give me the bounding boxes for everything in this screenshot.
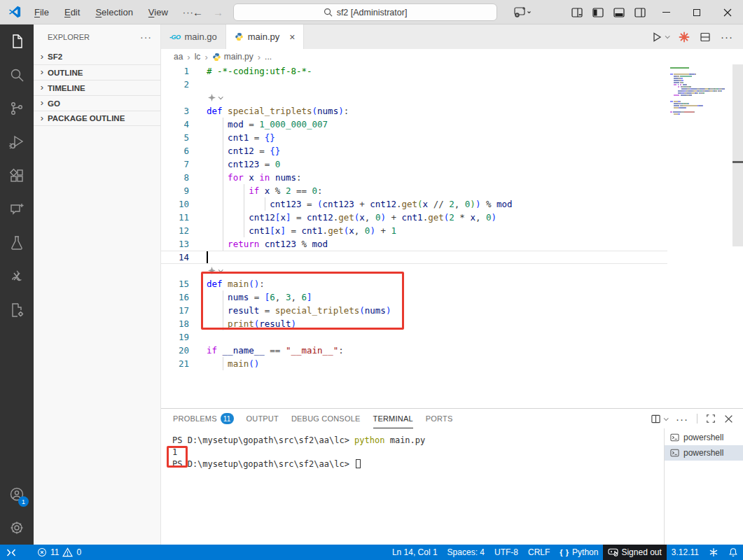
code-line[interactable]: 2 bbox=[161, 78, 743, 91]
minimap[interactable] bbox=[669, 67, 730, 115]
extension-swirl-status-icon[interactable] bbox=[704, 545, 723, 560]
split-editor-icon[interactable] bbox=[700, 31, 711, 43]
panel-tab-terminal[interactable]: TERMINAL bbox=[373, 409, 413, 428]
sidebar-section-go[interactable]: ›GO bbox=[34, 95, 160, 111]
settings-gear-icon[interactable] bbox=[0, 511, 34, 545]
line-number: 8 bbox=[161, 171, 189, 184]
line-number: 18 bbox=[161, 317, 189, 330]
activity-run-debug-icon[interactable] bbox=[0, 125, 34, 159]
code-line[interactable]: 10 cnt123 = (cnt123 + cnt12.get(x // 2, … bbox=[161, 197, 743, 211]
activity-source-control-icon[interactable] bbox=[0, 92, 34, 125]
code-line[interactable]: 13 return cnt123 % mod bbox=[161, 237, 743, 251]
tab-label: main.py bbox=[248, 31, 280, 42]
code-line[interactable]: 4 mod = 1_000_000_007 bbox=[161, 118, 743, 131]
code-line[interactable]: 18 print(result) bbox=[161, 317, 743, 330]
code-line[interactable]: 5 cnt1 = {} bbox=[161, 131, 743, 144]
sidebar-section-package-outline[interactable]: ›PACKAGE OUTLINE bbox=[34, 111, 160, 126]
code-line[interactable]: 14 bbox=[161, 251, 743, 264]
sidebar-section-timeline[interactable]: ›TIMELINE bbox=[34, 80, 160, 95]
code-line[interactable]: 20if __name__ == "__main__": bbox=[161, 344, 743, 357]
toggle-secondary-sidebar-icon[interactable] bbox=[630, 0, 651, 24]
sidebar-section-outline[interactable]: ›OUTLINE bbox=[34, 64, 160, 80]
split-terminal-icon[interactable] bbox=[651, 414, 667, 424]
breadcrumb-item[interactable]: main.py bbox=[212, 52, 254, 62]
code-line[interactable]: 16 nums = [6, 3, 6] bbox=[161, 290, 743, 304]
activity-file-settings-icon[interactable] bbox=[0, 293, 34, 327]
activity-copilot-chat-icon[interactable] bbox=[0, 192, 34, 226]
explorer-more-actions-icon[interactable]: ··· bbox=[140, 31, 152, 43]
code-line[interactable]: 3def special_triplets(nums): bbox=[161, 104, 743, 118]
activity-search-icon[interactable] bbox=[0, 58, 34, 92]
menu-selection[interactable]: Selection bbox=[88, 7, 140, 18]
code-line[interactable]: 15def main(): bbox=[161, 277, 743, 290]
window-minimize-button[interactable] bbox=[651, 0, 681, 24]
python-version[interactable]: 3.12.11 bbox=[667, 545, 704, 560]
close-tab-icon[interactable]: × bbox=[289, 31, 295, 43]
code-editor[interactable]: 1# -*-coding:utf-8-*-23def special_tripl… bbox=[161, 64, 743, 408]
window-maximize-button[interactable] bbox=[681, 0, 712, 24]
cursor-position[interactable]: Ln 14, Col 1 bbox=[387, 545, 443, 560]
code-line[interactable]: 1# -*-coding:utf-8-*- bbox=[161, 64, 743, 78]
code-line[interactable]: 17 result = special_triplets(nums) bbox=[161, 304, 743, 317]
toggle-panel-icon[interactable] bbox=[609, 0, 630, 24]
panel-more-actions-icon[interactable]: ··· bbox=[676, 413, 688, 425]
close-panel-icon[interactable] bbox=[724, 414, 733, 424]
copilot-menu-icon[interactable] bbox=[506, 0, 537, 24]
sidebar-section-sf2[interactable]: ›SF2 bbox=[34, 49, 160, 64]
code-line[interactable]: 12 cnt1[x] = cnt1.get(x, 0) + 1 bbox=[161, 224, 743, 237]
nav-forward-icon[interactable]: → bbox=[213, 6, 223, 18]
code-line[interactable]: 21 main() bbox=[161, 357, 743, 370]
breadcrumb-item[interactable]: lc bbox=[195, 52, 201, 62]
activity-extension-swirl-icon[interactable] bbox=[0, 260, 34, 293]
code-line[interactable]: 9 if x % 2 == 0: bbox=[161, 184, 743, 197]
vscode-logo-icon bbox=[8, 6, 21, 18]
line-number: 4 bbox=[161, 118, 189, 131]
nav-back-icon[interactable]: ← bbox=[193, 6, 203, 18]
menu-edit[interactable]: Edit bbox=[57, 7, 88, 18]
error-count: 11 bbox=[50, 547, 59, 557]
panel-tab-debug-console[interactable]: DEBUG CONSOLE bbox=[291, 409, 361, 428]
go-file-icon: -GO bbox=[169, 34, 181, 41]
code-line[interactable]: 8 for x in nums: bbox=[161, 171, 743, 184]
activity-explorer-icon[interactable] bbox=[0, 24, 34, 58]
menu-view[interactable]: View bbox=[141, 7, 176, 18]
tab-main.go[interactable]: -GOmain.go bbox=[161, 24, 226, 49]
panel-tab-output[interactable]: OUTPUT bbox=[246, 409, 279, 428]
notifications-bell-icon[interactable] bbox=[723, 545, 743, 560]
code-line[interactable]: 19 bbox=[161, 330, 743, 344]
remote-indicator[interactable] bbox=[0, 545, 22, 560]
code-line[interactable]: 6 cnt12 = {} bbox=[161, 144, 743, 158]
maximize-panel-icon[interactable] bbox=[706, 414, 716, 424]
run-python-file-button[interactable] bbox=[651, 31, 669, 43]
menu-file[interactable]: File bbox=[27, 7, 57, 18]
account-icon[interactable]: 1 bbox=[0, 477, 34, 511]
command-center-search[interactable]: sf2 [Administrator] bbox=[233, 4, 497, 21]
code-line[interactable]: 11 cnt12[x] = cnt12.get(x, 0) + cnt1.get… bbox=[161, 211, 743, 224]
panel-tab-ports[interactable]: PORTS bbox=[426, 409, 453, 428]
eol-sequence[interactable]: CRLF bbox=[523, 545, 555, 560]
customize-layout-icon[interactable] bbox=[567, 0, 588, 24]
code-runner-spark-icon[interactable] bbox=[679, 31, 690, 43]
terminal-list-item[interactable]: powershell bbox=[665, 430, 743, 445]
window-close-button[interactable] bbox=[712, 0, 743, 24]
terminal-list-item[interactable]: powershell bbox=[665, 445, 743, 461]
editor-scrollbar[interactable] bbox=[732, 64, 743, 408]
code-line[interactable]: 7 cnt123 = 0 bbox=[161, 158, 743, 171]
indentation[interactable]: Spaces: 4 bbox=[443, 545, 489, 560]
terminal-line: PS D:\mysetup\gopath\src\sf2\aa\lc> pyth… bbox=[172, 435, 663, 447]
copilot-signin-status[interactable]: Signed out bbox=[603, 545, 666, 560]
terminal-output[interactable]: PS D:\mysetup\gopath\src\sf2\aa\lc> pyth… bbox=[161, 428, 663, 545]
tab-main.py[interactable]: main.py× bbox=[226, 24, 305, 49]
problems-status[interactable]: 11 0 bbox=[32, 545, 86, 560]
breadcrumb-item[interactable]: ... bbox=[265, 52, 272, 62]
breadcrumb-item[interactable]: aa bbox=[174, 52, 183, 62]
codelens-row[interactable] bbox=[161, 264, 743, 277]
panel-tab-problems[interactable]: PROBLEMS11 bbox=[173, 409, 234, 428]
codelens-row[interactable] bbox=[161, 91, 743, 104]
encoding[interactable]: UTF-8 bbox=[489, 545, 523, 560]
toggle-primary-sidebar-icon[interactable] bbox=[588, 0, 609, 24]
activity-testing-icon[interactable] bbox=[0, 226, 34, 260]
activity-extensions-icon[interactable] bbox=[0, 159, 34, 192]
language-mode[interactable]: { } Python bbox=[555, 545, 603, 560]
editor-more-actions-icon[interactable]: ··· bbox=[721, 31, 733, 43]
